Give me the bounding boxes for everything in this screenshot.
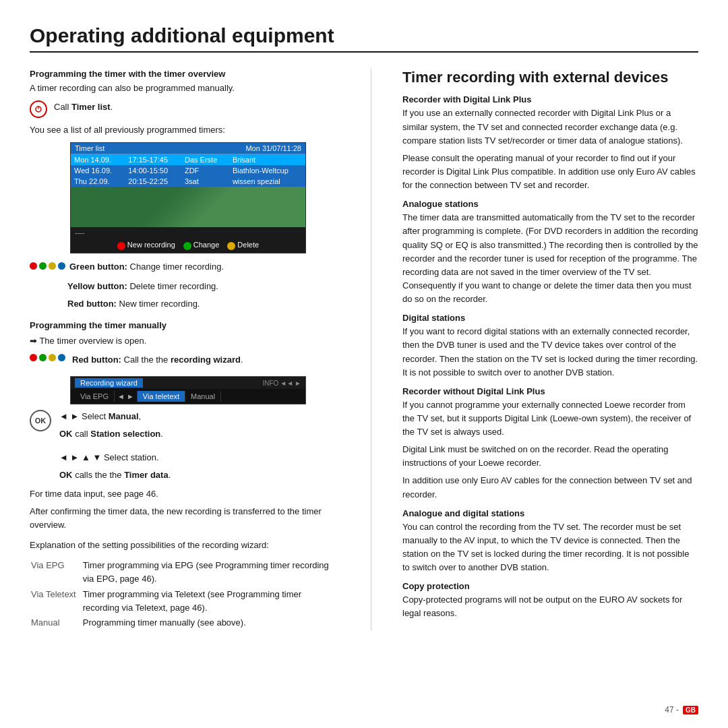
table-row: Thu 22.09. 20:15-22:25 3sat wissen spezi… <box>71 176 305 187</box>
call-timer-list-text: Call Timer list. <box>54 100 113 114</box>
timer-overview-open: ➡ The timer overview is open. <box>30 334 340 348</box>
section2-heading: Programming the timer manually <box>30 320 340 330</box>
wizard-title: Recording wizard <box>75 378 143 388</box>
timer-list-preview <box>71 187 305 227</box>
analogue-stations-text: The timer data are transmitted automatic… <box>402 211 698 306</box>
select-station-text: ◄ ► ▲ ▼ Select station. <box>59 451 340 464</box>
recording-wizard-screen: Recording wizard INFO ◄◄ ► Via EPG ◄ ► V… <box>70 376 306 404</box>
section1-heading: Programming the timer with the timer ove… <box>30 69 340 79</box>
wizard-tabs: Via EPG ◄ ► Via teletext Manual <box>71 389 305 404</box>
tab-via-epg[interactable]: Via EPG <box>75 391 115 402</box>
ok-timer-data: OK calls the the Timer data. <box>59 468 340 482</box>
table-row: Wed 16.09. 14:00-15:50 ZDF Biathlon-Welt… <box>71 165 305 176</box>
section1-text: A timer recording can also be programmed… <box>30 82 340 95</box>
analogue-digital-heading: Analogue and digital stations <box>402 508 698 518</box>
explanation-table: Via EPG Timer programming via EPG (see P… <box>30 557 340 631</box>
after-confirm-text: After confirming the timer data, the new… <box>30 505 340 532</box>
digital-stations-heading: Digital stations <box>402 313 698 323</box>
timer-list-subtext: You see a list of all previously program… <box>30 123 340 137</box>
timer-list-topbar-date: Mon 31/07/11:28 <box>245 144 301 152</box>
table-row: Mon 14.09. 17:15-17:45 Das Erste Brisant <box>71 154 305 165</box>
explanation-row-teletext: Via Teletext Timer programming via Telet… <box>31 588 338 615</box>
right-section-title: Timer recording with external devices <box>402 69 698 86</box>
timer-list-bottom-bar: New recording Change Delete <box>71 238 305 252</box>
column-divider <box>371 69 371 631</box>
wizard-nav-indicators: INFO ◄◄ ► <box>262 380 301 387</box>
ok-call-station: OK call Station selection. <box>59 427 163 441</box>
copy-protection-section: Copy protection Copy-protected programs … <box>402 581 698 620</box>
digital-stations-section: Digital stations If you want to record d… <box>402 313 698 380</box>
gb-badge: GB <box>683 706 698 715</box>
digital-stations-text: If you want to record digital stations w… <box>402 325 698 380</box>
select-manual-row: OK ◄ ► Select Manual, OK call Station se… <box>30 410 340 445</box>
recorder-no-digital-heading: Recorder without Digital Link Plus <box>402 386 698 396</box>
explanation-row-manual: Manual Programming timer manually (see a… <box>31 616 338 630</box>
explanation-row-epg: Via EPG Timer programming via EPG (see P… <box>31 559 338 586</box>
explanation-intro: Explanation of the setting possibilities… <box>30 539 340 552</box>
colored-dots-group <box>30 354 65 361</box>
colored-buttons-row: Green button: Change timer recording. Ye… <box>30 260 340 311</box>
red-button-recording-wizard: Red button: Call the the recording wizar… <box>30 353 340 371</box>
copy-protection-heading: Copy protection <box>402 581 698 591</box>
recorder-no-digital-text2: Digital Link must be switched on on the … <box>402 443 698 470</box>
timer-list-dash: ---- <box>71 227 305 238</box>
time-data-hint: For time data input, see page 46. <box>30 487 340 501</box>
copy-protection-text: Copy-protected programs will not be outp… <box>402 593 698 620</box>
recorder-no-digital-text1: If you cannot programme your externally … <box>402 398 698 439</box>
analogue-digital-text: You can control the recording from the T… <box>402 520 698 575</box>
analogue-digital-section: Analogue and digital stations You can co… <box>402 508 698 575</box>
analogue-stations-section: Analogue stations The timer data are tra… <box>402 199 698 306</box>
page-footer: 47 - GB <box>665 705 698 715</box>
page-title: Operating additional equipment <box>30 24 698 53</box>
recorder-digital-link-plus-text1: If you use an externally connected recor… <box>402 107 698 147</box>
select-manual-text: ◄ ► Select Manual, <box>59 410 163 423</box>
analogue-stations-heading: Analogue stations <box>402 199 698 209</box>
timer-list-icon <box>30 100 47 118</box>
right-column: Timer recording with external devices Re… <box>402 69 698 631</box>
red-btn-call-text: Red button: Call the the recording wizar… <box>72 353 243 367</box>
recorder-digital-link-plus-heading: Recorder with Digital Link Plus <box>402 94 698 104</box>
left-column: Programming the timer with the timer ove… <box>30 69 340 631</box>
recorder-digital-link-plus-text2: Please consult the operating manual of y… <box>402 152 698 192</box>
green-button-label: Green button: Change timer recording. <box>69 260 224 274</box>
timer-list-screen-title: Timer list <box>75 144 104 152</box>
timer-list-screen: Timer list Mon 31/07/11:28 Mon 14.09. 17… <box>70 142 306 253</box>
yellow-button-label: Yellow button: Delete timer recording. <box>67 280 340 293</box>
ok-button[interactable]: OK <box>30 410 51 431</box>
red-button-label: Red button: New timer recording. <box>67 297 340 311</box>
tab-via-teletext[interactable]: Via teletext <box>138 391 185 402</box>
page-number: 47 - <box>665 705 679 715</box>
recorder-no-digital-section: Recorder without Digital Link Plus If yo… <box>402 386 698 502</box>
tab-manual[interactable]: Manual <box>185 391 221 402</box>
tab-toggle: ◄ ► <box>115 391 138 402</box>
recorder-no-digital-text3: In addition use only Euro AV cables for … <box>402 474 698 501</box>
recorder-digital-link-plus-section: Recorder with Digital Link Plus If you u… <box>402 94 698 192</box>
